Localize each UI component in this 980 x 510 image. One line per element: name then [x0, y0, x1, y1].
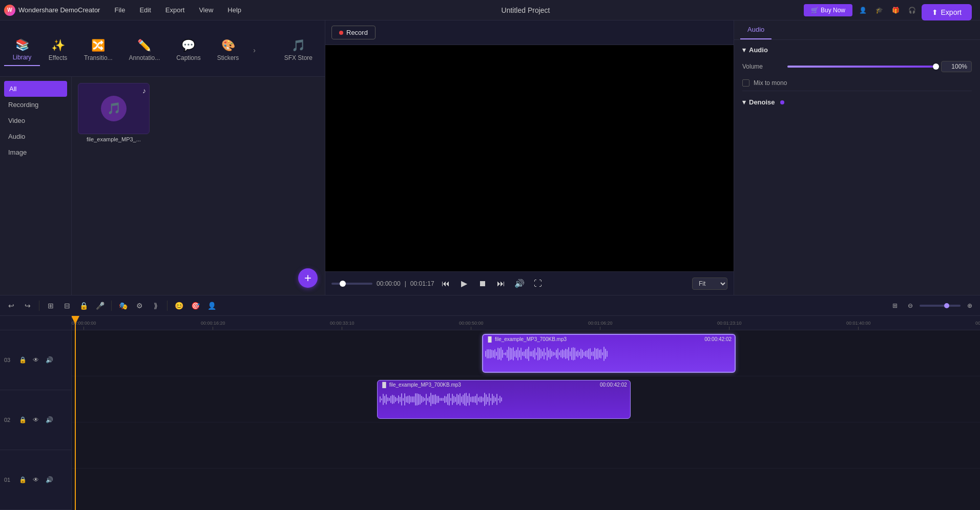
- speed-button[interactable]: ⟫: [149, 299, 163, 313]
- record-button[interactable]: Record: [331, 26, 376, 39]
- subnav-audio[interactable]: Audio: [0, 129, 71, 144]
- track-02-lock-button[interactable]: 🔒: [17, 415, 28, 425]
- wave-bar: [501, 347, 502, 360]
- zoom-in-button[interactable]: ⊕: [964, 300, 976, 312]
- volume-slider[interactable]: [787, 66, 937, 68]
- menu-view[interactable]: View: [193, 4, 219, 16]
- wave-bar: [400, 397, 401, 402]
- track-label-02: 02 🔒 👁 🔊: [0, 390, 71, 450]
- volume-button[interactable]: 🔊: [512, 277, 527, 291]
- tab-sfxstore[interactable]: 🎵 SFX Store: [276, 35, 321, 66]
- zoom-slider[interactable]: [920, 305, 961, 307]
- wave-bar: [537, 347, 538, 361]
- wave-bar: [493, 396, 494, 403]
- zoom-fit-button[interactable]: ⊞: [889, 300, 901, 312]
- volume-label: Volume: [742, 63, 783, 70]
- wave-bar: [570, 351, 571, 356]
- tab-annotations[interactable]: ✏️ Annotatio...: [121, 35, 169, 66]
- track-01-visibility-button[interactable]: 👁: [31, 475, 41, 485]
- wave-bar: [504, 353, 505, 355]
- menu-help[interactable]: Help: [221, 4, 247, 16]
- wave-bar: [490, 398, 491, 401]
- play-button[interactable]: ▶: [457, 277, 471, 291]
- gift-icon[interactable]: 🎁: [889, 4, 902, 16]
- wave-bar: [562, 349, 563, 358]
- right-panel: Audio ▾ Audio Volume 100% Mix: [734, 20, 980, 295]
- track-01-mute-button[interactable]: 🔊: [44, 475, 54, 485]
- redo-button[interactable]: ↪: [20, 299, 35, 313]
- menu-export[interactable]: Export: [159, 4, 191, 16]
- track-01-lock-button[interactable]: 🔒: [17, 475, 28, 485]
- track-03-lock-button[interactable]: 🔒: [17, 355, 28, 365]
- track-02-visibility-button[interactable]: 👁: [31, 415, 41, 425]
- toolbar-separator-2: [111, 301, 112, 311]
- fullscreen-button[interactable]: ⛶: [531, 277, 545, 291]
- undo-button[interactable]: ↩: [4, 299, 18, 313]
- headset-icon[interactable]: 🎧: [906, 4, 918, 16]
- annotation-button[interactable]: 😊: [172, 299, 186, 313]
- progress-handle[interactable]: [340, 281, 346, 287]
- tab-stickers[interactable]: 🎨 Stickers: [209, 35, 247, 66]
- progress-bar[interactable]: [331, 283, 372, 285]
- learn-icon[interactable]: 🎓: [873, 4, 885, 16]
- list-item[interactable]: ♪ 🎵 file_example_MP3_...: [78, 83, 150, 142]
- transitions-icon: 🔀: [91, 39, 105, 52]
- menu-edit[interactable]: Edit: [133, 4, 157, 16]
- volume-thumb[interactable]: [933, 63, 939, 70]
- buy-now-button[interactable]: 🛒 Buy Now: [804, 4, 852, 16]
- tab-effects[interactable]: ✨ Effects: [40, 35, 76, 66]
- wave-bar: [481, 396, 482, 402]
- add-media-button[interactable]: +: [298, 268, 318, 288]
- timeline-ruler: 00:00:00:00 00:00:16:20 00:00:33:10 00:0…: [72, 316, 980, 330]
- prev-frame-button[interactable]: ⏮: [439, 277, 453, 291]
- wave-bar: [513, 347, 514, 360]
- wave-bar: [514, 351, 515, 357]
- lock-button[interactable]: 🔒: [76, 299, 91, 313]
- subnav-recording[interactable]: Recording: [0, 97, 71, 113]
- stop-button[interactable]: ⏹: [475, 277, 490, 291]
- track-03-visibility-button[interactable]: 👁: [31, 355, 41, 365]
- track-num-03: 03: [4, 357, 14, 363]
- wave-bar: [585, 351, 586, 357]
- audio-section-header[interactable]: ▾ Audio: [742, 46, 972, 54]
- wave-bar: [583, 352, 585, 355]
- title-bar: W Wondershare DemoCreator File Edit Expo…: [0, 0, 980, 20]
- subnav-video[interactable]: Video: [0, 113, 71, 129]
- menu-file[interactable]: File: [108, 4, 131, 16]
- wave-bar: [560, 350, 561, 357]
- audio-clip-02[interactable]: ▐▌ file_example_MP3_700KB.mp3 00:00:42:0…: [377, 380, 631, 419]
- tab-captions[interactable]: 💬 Captions: [168, 35, 208, 66]
- tab-library[interactable]: 📚 Library: [4, 34, 40, 66]
- effect-overlay-button[interactable]: 🎭: [116, 299, 130, 313]
- wave-bar: [547, 347, 548, 360]
- subnav-image[interactable]: Image: [0, 144, 71, 160]
- wave-bar: [498, 398, 499, 401]
- zoom-thumb[interactable]: [944, 303, 949, 308]
- wave-bar: [548, 350, 549, 357]
- trim-button[interactable]: ⊟: [60, 299, 74, 313]
- tab-transitions[interactable]: 🔀 Transitio...: [76, 35, 121, 66]
- subnav-all[interactable]: All: [4, 81, 67, 97]
- wave-bar: [441, 398, 442, 401]
- track-03-mute-button[interactable]: 🔊: [44, 355, 54, 365]
- audio-clip-03[interactable]: ▐▌ file_example_MP3_700KB.mp3 00:00:42:0…: [482, 334, 736, 373]
- wave-bar: [420, 394, 421, 405]
- wave-bar: [599, 350, 600, 358]
- record-mic-button[interactable]: 🎤: [93, 299, 107, 313]
- denoise-section-header[interactable]: ▾ Denoise: [742, 98, 972, 106]
- wave-bar: [475, 396, 476, 402]
- zoom-out-button[interactable]: ⊖: [904, 300, 916, 312]
- account-icon[interactable]: 👤: [857, 4, 869, 16]
- split-button[interactable]: ⊞: [44, 299, 58, 313]
- fit-select[interactable]: Fit 25% 50% 75% 100%: [692, 278, 727, 290]
- track-02-mute-button[interactable]: 🔊: [44, 415, 54, 425]
- text-button[interactable]: 👤: [204, 299, 219, 313]
- wave-bar: [607, 351, 608, 357]
- next-frame-button[interactable]: ⏭: [494, 277, 508, 291]
- mix-to-mono-checkbox[interactable]: [742, 79, 749, 87]
- tabs-more-button[interactable]: ›: [249, 42, 260, 58]
- volume-value[interactable]: 100%: [941, 61, 972, 72]
- sticker-button[interactable]: 🎯: [188, 299, 202, 313]
- clip-settings-button[interactable]: ⚙: [132, 299, 147, 313]
- right-tab-audio[interactable]: Audio: [740, 20, 772, 39]
